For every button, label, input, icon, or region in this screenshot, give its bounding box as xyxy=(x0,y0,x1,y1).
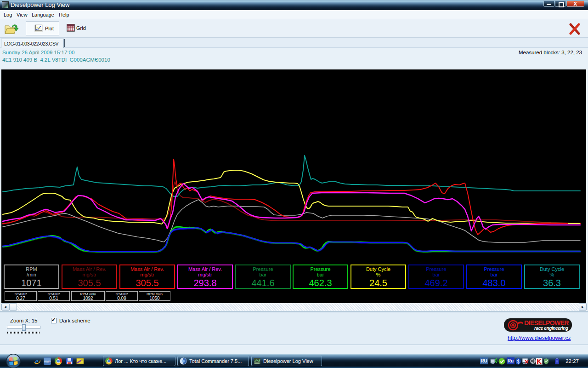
svg-text:e: e xyxy=(35,357,39,365)
svg-text:KMP: KMP xyxy=(44,360,50,363)
